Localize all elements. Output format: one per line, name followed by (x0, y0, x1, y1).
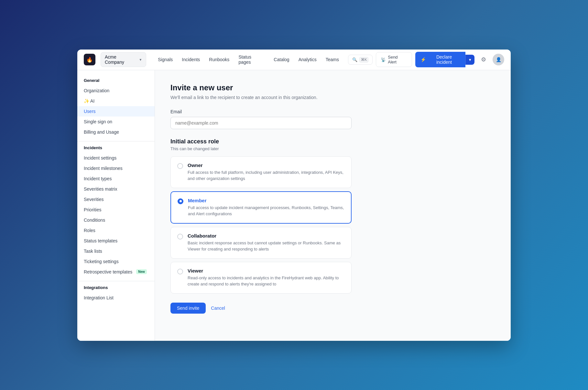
sidebar-item-severities[interactable]: Severities (77, 194, 155, 205)
role-info-member: Member Full access to update incident ma… (188, 198, 344, 217)
role-card-collaborator[interactable]: Collaborator Basic incident response acc… (170, 227, 352, 259)
sidebar-item-label: Integration List (84, 295, 114, 300)
declare-incident-group: ⚡ Declare incident ▾ (415, 52, 474, 67)
new-badge: New (136, 269, 147, 274)
role-desc-owner: Full access to the full platform, includ… (188, 169, 345, 182)
declare-incident-dropdown-button[interactable]: ▾ (465, 55, 474, 65)
search-icon: 🔍 (352, 57, 357, 62)
role-card-member[interactable]: Member Full access to update incident ma… (170, 191, 352, 224)
sidebar-item-label: Task lists (84, 249, 102, 254)
sidebar-item-retro-templates[interactable]: Retrospective templates New (77, 267, 155, 277)
alert-icon: 📡 (381, 57, 386, 62)
app-logo: 🔥 (84, 54, 95, 65)
role-desc-collaborator: Basic incident response access but canno… (188, 240, 345, 252)
role-name-viewer: Viewer (188, 268, 345, 273)
sidebar-item-label: Severities (84, 197, 103, 202)
nav-links: Signals Incidents Runbooks Status pages … (154, 52, 343, 67)
role-name-owner: Owner (188, 162, 345, 168)
declare-incident-label: Declare incident (428, 54, 460, 65)
sidebar: General Organization ✨ AI Users Single s… (77, 70, 155, 341)
role-card-viewer[interactable]: Viewer Read-only access to incidents and… (170, 262, 352, 294)
role-desc-member: Full access to update incident managemen… (188, 205, 344, 217)
sidebar-item-label: Billing and Usage (84, 129, 119, 135)
sidebar-item-billing[interactable]: Billing and Usage (77, 127, 155, 137)
page-subtitle: We'll email a link to the recipient to c… (170, 95, 495, 100)
company-selector[interactable]: Acme Company ▼ (101, 52, 146, 67)
role-info-viewer: Viewer Read-only access to incidents and… (188, 268, 345, 287)
role-name-collaborator: Collaborator (188, 233, 345, 239)
company-name: Acme Company (105, 54, 137, 65)
user-avatar[interactable]: 👤 (493, 54, 504, 65)
sidebar-item-sso[interactable]: Single sign on (77, 117, 155, 127)
lightning-icon: ⚡ (420, 57, 426, 62)
chevron-down-icon: ▾ (469, 57, 471, 62)
role-info-collaborator: Collaborator Basic incident response acc… (188, 233, 345, 252)
sidebar-item-incident-settings[interactable]: Incident settings (77, 153, 155, 163)
search-button[interactable]: 🔍 ⌘K (348, 55, 373, 65)
radio-viewer (177, 269, 183, 274)
cancel-button[interactable]: Cancel (211, 303, 225, 314)
search-shortcut: ⌘K (359, 57, 368, 62)
integrations-section-label: Integrations (77, 285, 155, 293)
app-window: 🔥 Acme Company ▼ Signals Incidents Runbo… (77, 50, 511, 341)
sidebar-item-users[interactable]: Users (77, 106, 155, 117)
topnav: 🔥 Acme Company ▼ Signals Incidents Runbo… (77, 50, 511, 70)
settings-button[interactable]: ⚙ (478, 54, 489, 65)
sidebar-item-roles[interactable]: Roles (77, 225, 155, 236)
sidebar-item-conditions[interactable]: Conditions (77, 215, 155, 225)
email-input[interactable] (170, 117, 352, 129)
chevron-down-icon: ▼ (139, 58, 142, 61)
role-desc-viewer: Read-only access to incidents and analyt… (188, 275, 345, 287)
sidebar-item-label: Organization (84, 88, 109, 93)
sidebar-item-label: Single sign on (84, 119, 112, 124)
page-title: Invite a new user (170, 83, 495, 92)
send-invite-button[interactable]: Send invite (170, 303, 206, 314)
nav-teams[interactable]: Teams (322, 55, 343, 64)
declare-incident-button[interactable]: ⚡ Declare incident (415, 52, 465, 67)
sidebar-item-label: Priorities (84, 207, 101, 212)
sidebar-item-organization[interactable]: Organization (77, 85, 155, 96)
sidebar-item-label: Conditions (84, 217, 105, 223)
sidebar-item-label: Users (84, 109, 96, 114)
sidebar-item-ai[interactable]: ✨ AI (77, 96, 155, 106)
sidebar-item-ticketing-settings[interactable]: Ticketing settings (77, 256, 155, 267)
nav-signals[interactable]: Signals (154, 55, 177, 64)
sidebar-item-label: Incident settings (84, 155, 116, 161)
nav-runbooks[interactable]: Runbooks (205, 55, 233, 64)
sidebar-item-priorities[interactable]: Priorities (77, 205, 155, 215)
sidebar-item-label: Status templates (84, 238, 117, 243)
radio-member (178, 198, 183, 204)
sidebar-divider-1 (77, 141, 155, 141)
nav-right: 🔍 ⌘K 📡 Send Alert ⚡ Declare incident ▾ ⚙… (348, 52, 504, 67)
radio-inner-member (180, 200, 182, 202)
incidents-section-label: Incidents (77, 145, 155, 153)
radio-owner (177, 163, 183, 169)
send-alert-button[interactable]: 📡 Send Alert (376, 52, 412, 67)
sidebar-item-incident-types[interactable]: Incident types (77, 173, 155, 184)
sidebar-item-label: Incident milestones (84, 166, 123, 171)
sidebar-item-label: Ticketing settings (84, 259, 119, 264)
nav-incidents[interactable]: Incidents (178, 55, 204, 64)
sidebar-item-integration-list[interactable]: Integration List (77, 293, 155, 303)
main-content: Invite a new user We'll email a link to … (155, 70, 511, 341)
nav-catalog[interactable]: Catalog (270, 55, 293, 64)
form-actions: Send invite Cancel (170, 303, 495, 314)
sidebar-item-label: Incident types (84, 176, 112, 181)
sidebar-item-label: ✨ AI (84, 98, 94, 104)
radio-collaborator (177, 234, 183, 240)
general-section-label: General (77, 78, 155, 85)
sidebar-item-status-templates[interactable]: Status templates (77, 236, 155, 246)
sidebar-item-severities-matrix[interactable]: Severities matrix (77, 184, 155, 194)
role-name-member: Member (188, 198, 344, 203)
role-info-owner: Owner Full access to the full platform, … (188, 162, 345, 182)
nav-analytics[interactable]: Analytics (295, 55, 321, 64)
email-label: Email (170, 109, 495, 114)
sidebar-item-task-lists[interactable]: Task lists (77, 246, 155, 256)
sidebar-item-label: Roles (84, 228, 95, 233)
sidebar-divider-2 (77, 281, 155, 281)
sidebar-item-label: Severities matrix (84, 186, 117, 192)
sidebar-item-milestones[interactable]: Incident milestones (77, 163, 155, 173)
nav-status-pages[interactable]: Status pages (234, 52, 268, 67)
role-card-owner[interactable]: Owner Full access to the full platform, … (170, 156, 352, 188)
main-layout: General Organization ✨ AI Users Single s… (77, 70, 511, 341)
